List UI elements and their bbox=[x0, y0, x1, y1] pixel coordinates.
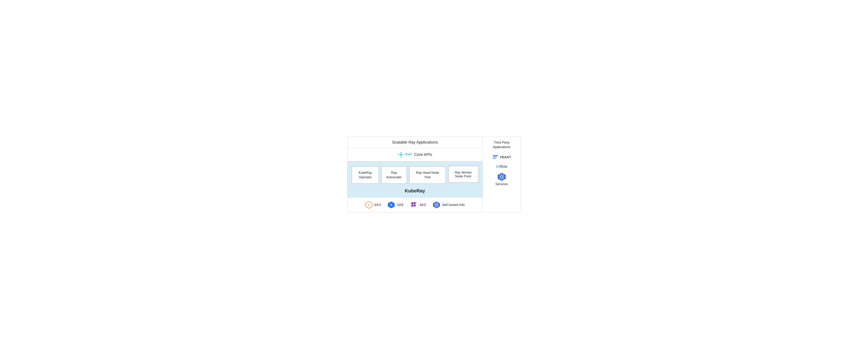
ray-logo-icon bbox=[398, 151, 404, 158]
svg-point-0 bbox=[400, 154, 402, 155]
ray-worker-node-wrapper: Ray Worker Node Pods bbox=[448, 166, 478, 184]
svg-rect-13 bbox=[411, 202, 413, 204]
k8s-icon bbox=[433, 201, 440, 209]
core-apis-row: RAY Core APIs bbox=[347, 148, 483, 161]
kuberay-section: KubeRay Operator Ray Autoscaler Ray Head… bbox=[347, 161, 483, 197]
feast-icon bbox=[492, 154, 499, 161]
svg-text:K: K bbox=[368, 203, 370, 206]
services-label: Services bbox=[495, 182, 508, 186]
svg-rect-29 bbox=[493, 155, 498, 156]
svg-rect-30 bbox=[493, 157, 497, 158]
aks-label: AKS bbox=[420, 203, 426, 207]
svg-point-3 bbox=[398, 154, 399, 155]
kuberay-title: KubeRay bbox=[352, 187, 478, 194]
scalable-ray-row: Scalable Ray Applications bbox=[347, 137, 483, 148]
ray-head-node-label: Ray Head Node Pod bbox=[413, 170, 442, 180]
svg-point-2 bbox=[400, 156, 401, 157]
services-item: Services bbox=[495, 172, 508, 186]
ray-head-node-box: Ray Head Node Pod bbox=[409, 166, 446, 184]
mlflow-label: mlflow bbox=[496, 164, 507, 169]
provider-gke: ⚙ GKE bbox=[388, 201, 404, 209]
k8s-label: Self hosted K8s bbox=[442, 203, 465, 207]
eks-icon: K bbox=[365, 201, 373, 209]
scalable-ray-label: Scalable Ray Applications bbox=[392, 140, 438, 145]
svg-text:⚙: ⚙ bbox=[390, 203, 392, 206]
core-apis-label: Core APIs bbox=[414, 152, 432, 157]
svg-rect-18 bbox=[411, 207, 412, 208]
ray-logo: RAY bbox=[398, 151, 412, 158]
sidebar-logos: FEAST mlflow bbox=[486, 154, 518, 186]
svg-rect-16 bbox=[414, 204, 416, 207]
cloud-providers-row: K EKS ⚙ GKE bbox=[347, 197, 483, 212]
feast-item: FEAST bbox=[492, 154, 511, 161]
ray-autoscaler-box: Ray Autoscaler bbox=[381, 166, 407, 184]
svg-rect-14 bbox=[414, 202, 416, 204]
services-icon bbox=[497, 172, 506, 181]
svg-rect-31 bbox=[493, 158, 496, 159]
third-party-sidebar: Third Party Applications FEAST mlflow bbox=[483, 137, 521, 212]
main-area: Scalable Ray Applications RAY bbox=[347, 137, 483, 212]
mlflow-item: mlflow bbox=[496, 164, 507, 169]
aks-icon bbox=[410, 201, 418, 209]
kuberay-operator-box: KubeRay Operator bbox=[352, 166, 379, 184]
provider-k8s: Self hosted K8s bbox=[433, 201, 465, 209]
main-container: Scalable Ray Applications RAY bbox=[347, 136, 521, 213]
svg-point-1 bbox=[400, 152, 401, 153]
kuberay-operator-label: KubeRay Operator bbox=[355, 170, 375, 180]
svg-rect-15 bbox=[411, 204, 413, 207]
eks-label: EKS bbox=[374, 203, 381, 207]
sidebar-title: Third Party Applications bbox=[486, 140, 518, 149]
provider-eks: K EKS bbox=[365, 201, 381, 209]
kuberay-boxes: KubeRay Operator Ray Autoscaler Ray Head… bbox=[352, 166, 478, 184]
gke-label: GKE bbox=[397, 203, 404, 207]
svg-rect-17 bbox=[416, 202, 417, 203]
svg-point-4 bbox=[403, 154, 404, 155]
gke-icon: ⚙ bbox=[388, 201, 395, 209]
ray-text-label: RAY bbox=[405, 153, 412, 156]
provider-aks: AKS bbox=[410, 201, 426, 209]
feast-label: FEAST bbox=[500, 156, 511, 159]
ray-worker-node-label: Ray Worker Node Pods bbox=[452, 171, 475, 178]
ray-worker-node-box: Ray Worker Node Pods bbox=[448, 166, 478, 183]
ray-autoscaler-label: Ray Autoscaler bbox=[385, 170, 403, 180]
